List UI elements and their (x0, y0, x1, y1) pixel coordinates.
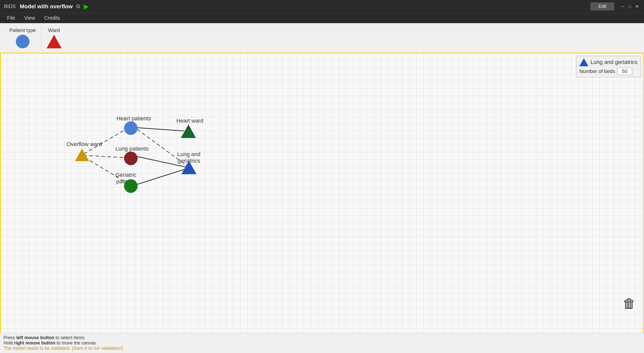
graph-svg (1, 53, 643, 336)
beds-value[interactable]: 50 (617, 68, 632, 75)
status-lmb: left mouse button (16, 335, 54, 340)
minimize-icon[interactable]: ─ (620, 4, 625, 9)
heart-patients-node[interactable] (124, 121, 138, 135)
close-icon[interactable]: ✕ (634, 4, 640, 9)
edit-button[interactable]: Edit (591, 3, 614, 10)
ward-tool[interactable]: Ward (41, 25, 67, 51)
lung-patients-node[interactable] (124, 152, 138, 165)
trash-button[interactable]: 🗑 (623, 296, 636, 311)
status-line-1: Press left mouse button to select items (4, 335, 640, 340)
lung-patients-label: Lung patients (115, 146, 149, 152)
play-icon[interactable]: ▶ (84, 3, 89, 10)
status-hold: Hold (4, 340, 14, 345)
beds-label: Number of beds (579, 68, 615, 74)
menu-credits[interactable]: Credits (40, 14, 64, 22)
svg-line-1 (137, 169, 186, 184)
svg-line-5 (137, 128, 184, 131)
heart-patients-label: Heart patients (116, 115, 151, 122)
svg-line-0 (137, 157, 186, 167)
app-name: BIDS (4, 4, 16, 9)
menu-file[interactable]: File (3, 14, 19, 22)
patient-type-tool[interactable]: Patient type (4, 25, 41, 51)
info-ward-triangle (579, 58, 588, 66)
lung-geriatrics-node[interactable] (181, 161, 196, 174)
overflow-ward-node[interactable] (75, 149, 89, 161)
gear-icon[interactable]: ⚙ (76, 3, 81, 10)
window-controls: ─ □ ✕ (620, 4, 640, 9)
svg-line-2 (84, 128, 129, 154)
svg-line-3 (84, 155, 129, 158)
restore-icon[interactable]: □ (627, 4, 632, 9)
window-title: Model with overflow (20, 3, 73, 10)
patient-type-label: Patient type (9, 27, 36, 33)
toolbar: Patient type Ward (0, 23, 644, 53)
geriatric-patients-node[interactable] (124, 179, 138, 193)
status-warning: The model needs to be validated. (Save i… (4, 346, 640, 351)
menu-view[interactable]: View (20, 14, 39, 22)
info-ward-row: Lung and geriatrics (579, 58, 637, 66)
statusbar: Press left mouse button to select items … (0, 333, 644, 353)
ward-triangle (47, 35, 62, 48)
menubar: File View Credits (0, 13, 644, 23)
overflow-ward-label: Overflow ward (67, 141, 102, 148)
heart-ward-node[interactable] (181, 124, 196, 138)
info-beds-row: Number of beds 50 (579, 68, 637, 75)
ward-label: Ward (48, 27, 60, 33)
heart-ward-label: Heart ward (176, 118, 204, 124)
patient-type-circle (16, 35, 29, 48)
status-line-2: Hold right mouse button to move the canv… (4, 340, 640, 346)
info-ward-name: Lung and geriatrics (590, 59, 637, 65)
info-panel: Lung and geriatrics Number of beds 50 (576, 56, 641, 77)
svg-line-6 (137, 129, 186, 165)
status-select: to select items (54, 335, 85, 340)
canvas[interactable]: Lung and geriatrics Number of beds 50 He… (0, 53, 644, 337)
svg-line-4 (84, 157, 129, 184)
status-press: Press (4, 335, 16, 340)
status-move: to move the canvas (55, 340, 96, 345)
titlebar: BIDS Model with overflow ⚙ ▶ Edit ─ □ ✕ (0, 0, 644, 13)
status-rmb: right mouse button (14, 340, 55, 345)
